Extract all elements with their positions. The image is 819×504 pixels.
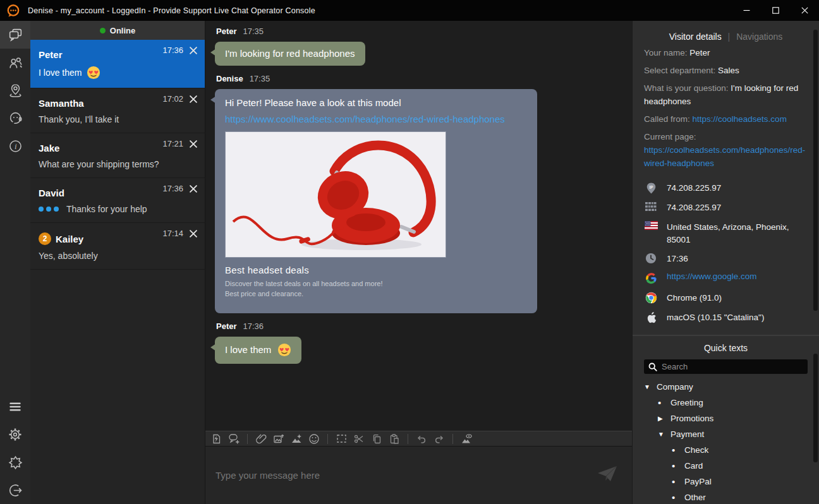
logout-icon[interactable] bbox=[0, 476, 30, 504]
quicktext-item-greeting[interactable]: • Greeting bbox=[644, 395, 808, 411]
shared-link[interactable]: https://www.coolheadsets.com/headphones/… bbox=[225, 114, 527, 124]
field-called-from: Called from: https://coolheadsets.com bbox=[644, 112, 808, 126]
operator-status: Online bbox=[30, 21, 205, 40]
toolbar-separator bbox=[327, 434, 328, 444]
copy-icon[interactable] bbox=[370, 433, 383, 445]
visitor-name: Peter bbox=[39, 49, 63, 60]
bullet-icon: • bbox=[658, 400, 665, 406]
field-current-page: Current page: https://coolheadsets.com/h… bbox=[644, 130, 808, 170]
visitor-name: Samantha bbox=[39, 98, 84, 109]
google-icon bbox=[644, 272, 658, 284]
message-time: 17:35 bbox=[243, 27, 264, 36]
quicktext-label: PayPal bbox=[684, 477, 712, 486]
left-icon-rail: i bbox=[0, 21, 30, 504]
nav-chats-icon[interactable] bbox=[0, 21, 30, 49]
nav-operators-icon[interactable] bbox=[0, 104, 30, 132]
chat-list-item-kailey[interactable]: 2 Kailey 17:14 Yes, absolutely bbox=[30, 223, 205, 270]
online-status-label: Online bbox=[110, 26, 135, 35]
typing-indicator bbox=[39, 207, 59, 212]
quicktext-item-other[interactable]: • Other bbox=[644, 489, 808, 504]
chat-preview-text: What are your shipping terms? bbox=[39, 159, 159, 169]
conversation-panel: Peter 17:35 I'm looking for red headphon… bbox=[205, 21, 632, 504]
chat-list-item-peter[interactable]: Peter 17:36 I love them bbox=[30, 40, 205, 88]
quicktext-item-check[interactable]: • Check bbox=[644, 442, 808, 458]
triangle-down-icon: ▼ bbox=[644, 383, 651, 390]
triangle-down-icon: ▼ bbox=[658, 431, 665, 438]
quicktext-folder-payment[interactable]: ▼ Payment bbox=[644, 426, 808, 442]
chat-list-item-david[interactable]: David 17:36 Thanks for your help bbox=[30, 178, 205, 223]
image-preview-icon[interactable] bbox=[460, 433, 473, 445]
referrer-row: https://www.google.com bbox=[644, 272, 808, 285]
redo-icon[interactable] bbox=[433, 433, 446, 445]
host-row: 74.208.225.97 bbox=[644, 201, 808, 215]
tab-visitor-details[interactable]: Visitor details bbox=[669, 32, 722, 42]
chat-time: 17:36 bbox=[162, 184, 183, 193]
sound-alerts-icon[interactable] bbox=[0, 448, 30, 476]
link-card-description: Discover the latest deals on all headset… bbox=[225, 279, 527, 299]
ip-pin-icon: IP bbox=[644, 181, 658, 195]
tab-navigations[interactable]: Navigations bbox=[736, 32, 782, 42]
operator-console-window: Denise - my_account - LoggedIn - Provide… bbox=[0, 0, 819, 504]
close-chat-icon[interactable] bbox=[190, 47, 197, 54]
close-chat-icon[interactable] bbox=[190, 230, 197, 237]
quick-texts-search bbox=[644, 359, 808, 374]
attach-file-icon[interactable] bbox=[255, 433, 267, 445]
field-question: What is your question: I'm looking for r… bbox=[644, 81, 808, 108]
panel-divider bbox=[633, 335, 819, 336]
settings-gear-icon[interactable] bbox=[0, 421, 30, 448]
quick-texts-scrollbar[interactable] bbox=[813, 354, 818, 462]
quicktext-item-card[interactable]: • Card bbox=[644, 458, 808, 474]
title-bar: Denise - my_account - LoggedIn - Provide… bbox=[0, 0, 819, 21]
quicktext-item-paypal[interactable]: • PayPal bbox=[644, 474, 808, 489]
link-card-title: Best headset deals bbox=[225, 265, 527, 275]
chat-list-item-samantha[interactable]: Samantha 17:02 Thank you, I'll take it bbox=[30, 88, 205, 133]
send-snapshot-icon[interactable] bbox=[290, 433, 303, 445]
quicktext-folder-promotions[interactable]: ▶ Promotions bbox=[644, 411, 808, 426]
unread-count-badge: 2 bbox=[39, 232, 51, 245]
nav-geo-location-icon[interactable] bbox=[0, 76, 30, 104]
menu-icon[interactable] bbox=[0, 393, 30, 421]
browser-row: Chrome (91.0) bbox=[644, 291, 808, 305]
ip-row: IP 74.208.225.97 bbox=[644, 181, 808, 195]
close-chat-icon[interactable] bbox=[190, 140, 197, 148]
called-from-link[interactable]: https://coolheadsets.com bbox=[693, 114, 787, 124]
tab-separator: | bbox=[728, 32, 731, 42]
visitor-details-scrollbar[interactable] bbox=[813, 30, 818, 311]
minimize-button[interactable] bbox=[732, 0, 761, 21]
send-message-icon[interactable] bbox=[597, 465, 618, 486]
close-button[interactable] bbox=[790, 0, 819, 21]
toolbar-separator bbox=[408, 434, 408, 444]
bullet-icon: • bbox=[672, 447, 679, 453]
window-title: Denise - my_account - LoggedIn - Provide… bbox=[28, 6, 315, 15]
undo-icon[interactable] bbox=[415, 433, 428, 445]
provide-support-logo-icon bbox=[6, 4, 20, 18]
send-image-icon[interactable] bbox=[272, 433, 285, 445]
local-time-row: 17:36 bbox=[644, 252, 808, 266]
nav-info-icon[interactable]: i bbox=[0, 132, 30, 160]
location-row: United States, Arizona, Phoenix, 85001 bbox=[644, 220, 808, 246]
quick-texts-search-input[interactable] bbox=[662, 362, 803, 371]
maximize-button[interactable] bbox=[761, 0, 790, 21]
add-quick-text-icon[interactable] bbox=[228, 433, 240, 445]
quicktext-folder-company[interactable]: ▼ Company bbox=[644, 379, 808, 395]
visitor-details-panel: Visitor details | Navigations Your name:… bbox=[632, 21, 819, 504]
insert-emoji-icon[interactable] bbox=[308, 433, 320, 445]
message-history: Peter 17:35 I'm looking for red headphon… bbox=[205, 21, 632, 431]
select-area-icon[interactable] bbox=[335, 433, 348, 445]
message-author: Peter bbox=[216, 321, 237, 331]
close-chat-icon[interactable] bbox=[190, 95, 197, 103]
paste-icon[interactable] bbox=[388, 433, 401, 445]
online-status-dot bbox=[100, 28, 106, 33]
visitor-name: David bbox=[39, 188, 64, 198]
nav-visitors-icon[interactable] bbox=[0, 49, 30, 76]
cut-icon[interactable] bbox=[353, 433, 365, 445]
chat-preview-text: Thank you, I'll take it bbox=[39, 114, 119, 124]
chat-preview-text: Yes, absolutely bbox=[39, 251, 98, 261]
close-chat-icon[interactable] bbox=[190, 185, 197, 193]
chat-list-item-jake[interactable]: Jake 17:21 What are your shipping terms? bbox=[30, 133, 205, 178]
chrome-icon bbox=[644, 291, 658, 304]
current-page-link[interactable]: https://coolheadsets.com/headphones/red-… bbox=[644, 145, 805, 168]
message-input[interactable] bbox=[205, 447, 632, 504]
insert-quick-text-icon[interactable] bbox=[210, 433, 222, 445]
referrer-link[interactable]: https://www.google.com bbox=[667, 272, 757, 281]
